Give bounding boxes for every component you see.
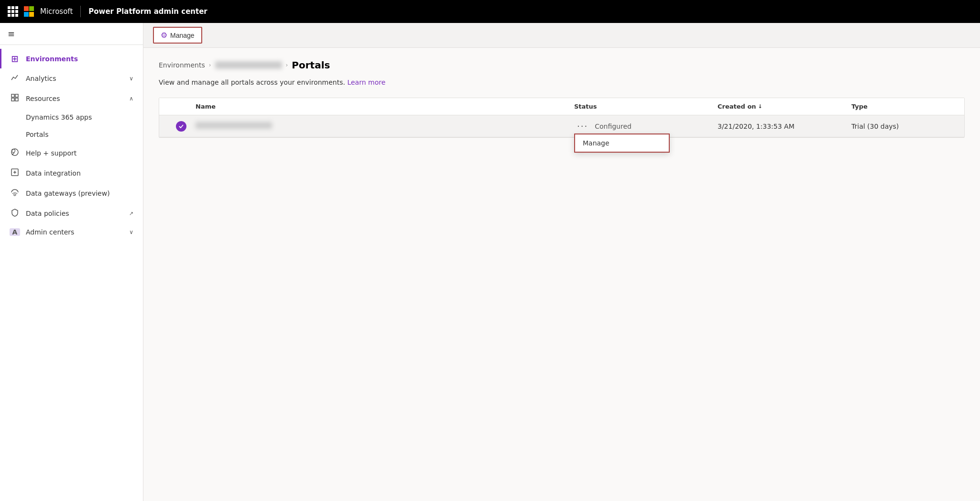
layout: ≡ ⊞ Environments Analytics ∨: [0, 23, 980, 501]
manage-button[interactable]: ⚙ Manage: [153, 27, 202, 44]
svg-rect-0: [11, 94, 14, 97]
check-circle-icon: [176, 121, 186, 132]
analytics-icon: [10, 73, 20, 84]
status-dropdown: Manage: [574, 134, 670, 153]
environments-icon: ⊞: [10, 54, 20, 64]
content: Environments › › Portals View and manage…: [143, 48, 980, 501]
breadcrumb-environments[interactable]: Environments: [159, 61, 205, 69]
svg-point-5: [12, 149, 15, 153]
sidebar-item-environments[interactable]: ⊞ Environments: [0, 49, 143, 68]
created-on-sort-arrow: ↓: [758, 103, 762, 110]
resources-chevron: ∧: [129, 95, 133, 102]
sidebar-item-environments-label: Environments: [26, 55, 133, 63]
hamburger-icon[interactable]: ≡: [8, 29, 15, 39]
col-header-type: Type: [851, 103, 957, 110]
microsoft-logo: [24, 6, 34, 17]
sidebar-item-data-policies-label: Data policies: [26, 210, 123, 217]
sidebar-item-data-gateways[interactable]: Data gateways (preview): [0, 183, 143, 203]
learn-more-link[interactable]: Learn more: [347, 78, 385, 86]
row-checkbox: [167, 121, 196, 132]
svg-point-8: [14, 194, 16, 196]
app-grid-icon[interactable]: [8, 6, 18, 17]
col-header-name: Name: [196, 103, 574, 110]
col-header-created-on[interactable]: Created on ↓: [718, 103, 851, 110]
sidebar-item-analytics-label: Analytics: [26, 75, 123, 82]
status-dots-button[interactable]: ···: [574, 120, 591, 132]
resources-icon: [10, 93, 20, 104]
sidebar: ≡ ⊞ Environments Analytics ∨: [0, 23, 143, 501]
row-created-on: 3/21/2020, 1:33:53 AM: [718, 122, 851, 130]
data-policies-icon: [10, 208, 20, 219]
analytics-chevron: ∨: [129, 75, 133, 82]
sidebar-item-help-support[interactable]: Help + support: [0, 143, 143, 163]
svg-rect-2: [11, 98, 14, 101]
manage-button-label: Manage: [170, 32, 195, 39]
breadcrumb-current: Portals: [292, 59, 330, 71]
sidebar-item-resources-label: Resources: [26, 95, 123, 102]
topbar-title: Power Platform admin center: [88, 7, 207, 16]
svg-rect-3: [15, 98, 18, 101]
breadcrumb-blurred: [215, 61, 282, 69]
breadcrumb-sep2: ›: [286, 62, 288, 68]
subtitle-text: View and manage all portals across your …: [159, 78, 345, 86]
help-support-icon: [10, 148, 20, 158]
sidebar-item-analytics[interactable]: Analytics ∨: [0, 68, 143, 89]
manage-gear-icon: ⚙: [161, 31, 167, 40]
row-name-blurred: [196, 122, 272, 129]
sidebar-item-resources[interactable]: Resources ∧: [0, 89, 143, 109]
main-area: ⚙ Manage Environments › › Portals View a…: [143, 23, 980, 501]
data-gateways-icon: [10, 188, 20, 199]
sidebar-item-admin-centers[interactable]: A Admin centers ∨: [0, 223, 143, 241]
sidebar-item-data-integration[interactable]: Data integration: [0, 163, 143, 183]
sidebar-item-dynamics-365-apps[interactable]: Dynamics 365 apps: [0, 109, 143, 126]
status-cell: ··· Configured Manage: [574, 120, 718, 132]
sidebar-top: ≡: [0, 23, 143, 45]
breadcrumb-sep1: ›: [209, 62, 211, 68]
sidebar-item-data-integration-label: Data integration: [26, 169, 133, 177]
table-row[interactable]: ··· Configured Manage 3/21/2020, 1:33:53…: [159, 115, 964, 137]
table-header: Name Status Created on ↓ Type: [159, 98, 964, 115]
sidebar-item-data-gateways-label: Data gateways (preview): [26, 189, 133, 197]
portals-table: Name Status Created on ↓ Type: [159, 98, 965, 138]
admin-centers-chevron: ∨: [129, 229, 133, 235]
toolbar: ⚙ Manage: [143, 23, 980, 48]
breadcrumb: Environments › › Portals: [159, 59, 965, 71]
svg-rect-1: [15, 94, 18, 97]
sidebar-item-portals-label: Portals: [26, 131, 49, 138]
topbar: Microsoft Power Platform admin center: [0, 0, 980, 23]
sidebar-item-data-policies[interactable]: Data policies ↗: [0, 203, 143, 223]
data-integration-icon: [10, 168, 20, 178]
dropdown-manage-item[interactable]: Manage: [575, 134, 669, 152]
data-policies-ext-icon: ↗: [129, 211, 133, 217]
col-header-status: Status: [574, 103, 718, 110]
sidebar-item-admin-centers-label: Admin centers: [26, 228, 123, 236]
sidebar-item-help-support-label: Help + support: [26, 149, 133, 157]
sidebar-nav: ⊞ Environments Analytics ∨: [0, 45, 143, 245]
admin-centers-icon: A: [10, 228, 20, 236]
row-type: Trial (30 days): [851, 122, 957, 130]
status-text: Configured: [595, 122, 632, 130]
sidebar-item-portals[interactable]: Portals: [0, 126, 143, 143]
row-name: [196, 122, 574, 130]
sidebar-item-dynamics-365-apps-label: Dynamics 365 apps: [26, 113, 92, 121]
brand-name: Microsoft: [40, 7, 73, 16]
subtitle: View and manage all portals across your …: [159, 78, 965, 86]
topbar-separator: [80, 6, 81, 17]
